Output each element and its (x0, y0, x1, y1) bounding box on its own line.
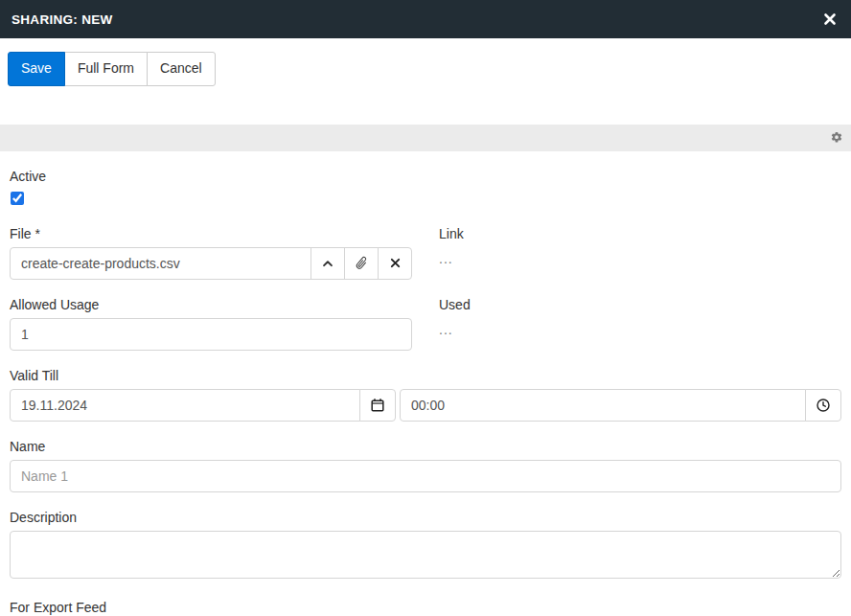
file-input[interactable] (10, 247, 311, 280)
allowed-usage-input[interactable] (10, 318, 412, 351)
used-value: ... (439, 322, 841, 337)
field-valid-till: Valid Till (10, 368, 841, 422)
field-description: Description (10, 510, 841, 582)
panel-settings-button[interactable] (830, 131, 843, 145)
field-for-export-feed: For Export Feed ... (10, 600, 841, 616)
file-label: File * (10, 226, 412, 241)
active-checkbox[interactable] (11, 192, 24, 205)
valid-till-date-group (10, 389, 396, 422)
spacer-cell (439, 169, 841, 209)
panel-toolbar (0, 125, 851, 151)
file-attach-button[interactable] (344, 247, 379, 280)
date-picker-button[interactable] (359, 389, 396, 422)
action-button-group: Save Full Form Cancel (8, 52, 216, 86)
valid-till-time-group (400, 389, 841, 422)
file-clear-button[interactable] (378, 247, 412, 280)
valid-till-label: Valid Till (10, 368, 841, 383)
field-allowed-usage: Allowed Usage (10, 297, 412, 351)
allowed-usage-label: Allowed Usage (10, 297, 412, 312)
save-button[interactable]: Save (8, 52, 65, 86)
valid-till-time-input[interactable] (400, 389, 806, 422)
link-value: ... (439, 251, 841, 266)
description-label: Description (10, 510, 841, 525)
close-button[interactable] (822, 11, 838, 27)
active-label: Active (10, 169, 412, 184)
sharing-form: Active File * (0, 151, 851, 616)
paperclip-icon (355, 256, 369, 270)
clear-x-icon (389, 257, 402, 269)
name-label: Name (10, 439, 841, 454)
link-label: Link (439, 226, 841, 241)
field-name: Name (10, 439, 841, 492)
file-input-group (10, 247, 412, 280)
valid-till-row (10, 389, 841, 422)
full-form-button[interactable]: Full Form (64, 52, 148, 86)
modal-title: SHARING: NEW (12, 12, 113, 27)
name-input[interactable] (10, 460, 841, 492)
field-file: File * (10, 226, 412, 280)
clock-icon (816, 398, 831, 413)
calendar-icon (370, 398, 385, 413)
description-textarea[interactable] (10, 531, 841, 579)
for-export-feed-label: For Export Feed (10, 600, 841, 615)
used-label: Used (439, 297, 841, 312)
valid-till-date-input[interactable] (10, 389, 360, 422)
field-active: Active (10, 169, 412, 209)
cancel-button[interactable]: Cancel (147, 52, 216, 86)
time-picker-button[interactable] (805, 389, 841, 422)
file-collapse-button[interactable] (310, 247, 345, 280)
modal-header: SHARING: NEW (0, 0, 851, 38)
x-icon (822, 11, 838, 27)
gear-icon (830, 131, 843, 145)
chevron-up-icon (321, 257, 334, 270)
field-link: Link ... (439, 226, 841, 280)
field-used: Used ... (439, 297, 841, 351)
